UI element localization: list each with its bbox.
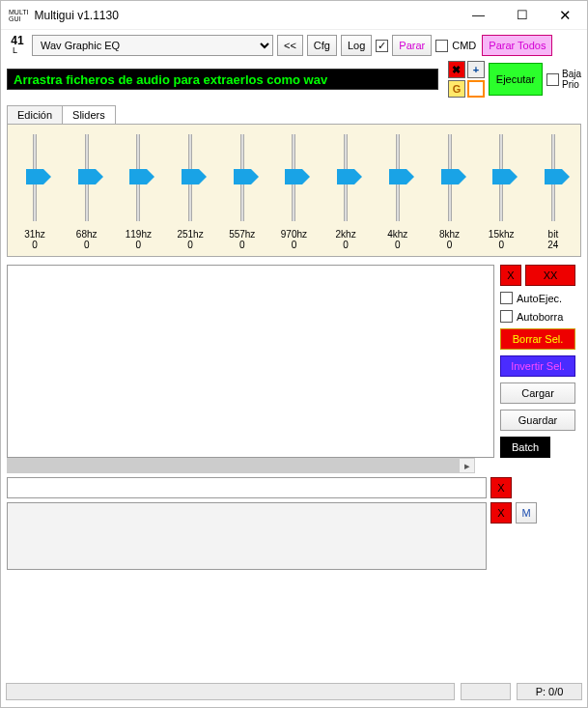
xx-button[interactable]: XX <box>525 265 575 286</box>
slider-value: 0 <box>169 240 211 250</box>
autoborra-checkbox[interactable] <box>500 310 513 323</box>
slider-bit[interactable]: bit24 <box>532 134 574 250</box>
cmd-checkbox[interactable] <box>435 40 448 52</box>
slider-label: 15khz <box>480 229 522 240</box>
slider-value: 0 <box>14 240 56 250</box>
sliders-panel: 31hz068hz0119hz0251hz0557hz0970hz02khz04… <box>7 124 581 257</box>
slider-track[interactable] <box>14 134 56 221</box>
log-box[interactable] <box>7 502 487 570</box>
slider-label: 8khz <box>429 229 471 240</box>
slider-251hz[interactable]: 251hz0 <box>169 134 211 250</box>
slider-thumb[interactable] <box>545 169 562 184</box>
borrar-sel-button[interactable]: Borrar Sel. <box>500 328 575 350</box>
drop-banner: Arrastra ficheros de audio para extraerl… <box>7 69 438 90</box>
slider-970hz[interactable]: 970hz0 <box>272 134 315 250</box>
parar-todos-button[interactable]: Parar Todos <box>482 35 552 56</box>
slider-track[interactable] <box>429 134 471 221</box>
slider-thumb[interactable] <box>337 169 354 184</box>
slider-value: 0 <box>324 240 367 250</box>
slider-track[interactable] <box>480 134 522 221</box>
autoborra-row[interactable]: Autoborra <box>500 310 581 323</box>
slider-value: 0 <box>66 240 108 250</box>
slider-thumb[interactable] <box>389 169 406 184</box>
cargar-button[interactable]: Cargar <box>500 382 575 404</box>
slider-8khz[interactable]: 8khz0 <box>429 134 471 250</box>
slider-value: 0 <box>221 240 264 250</box>
tab-sliders[interactable]: Sliders <box>62 105 116 124</box>
hscroll[interactable]: ▸ <box>7 458 475 473</box>
guardar-button[interactable]: Guardar <box>500 410 575 431</box>
tab-edicion[interactable]: Edición <box>7 105 63 124</box>
slider-label: 31hz <box>14 229 56 240</box>
slider-track[interactable] <box>66 134 108 221</box>
slider-track[interactable] <box>169 134 211 221</box>
slider-value: 0 <box>480 240 522 250</box>
preset-index-sub: L <box>13 45 34 55</box>
hscroll-thumb[interactable] <box>8 459 460 472</box>
slider-track[interactable] <box>532 134 574 221</box>
autoborra-label: Autoborra <box>517 311 563 323</box>
m-button[interactable]: M <box>516 502 537 524</box>
slider-557hz[interactable]: 557hz0 <box>221 134 264 250</box>
slider-label: 68hz <box>66 229 108 240</box>
autoejec-checkbox[interactable] <box>500 292 513 304</box>
box-icon[interactable] <box>467 80 485 98</box>
slider-track[interactable] <box>272 134 315 221</box>
clear-log-button[interactable]: X <box>490 502 512 524</box>
slider-thumb[interactable] <box>285 169 302 184</box>
invertir-sel-button[interactable]: Invertir Sel. <box>500 355 575 377</box>
minimize-button[interactable]: — <box>457 1 500 29</box>
slider-thumb[interactable] <box>234 169 251 184</box>
progress-bar-1 <box>6 683 455 700</box>
clear-command-button[interactable]: X <box>490 477 512 498</box>
slider-31hz[interactable]: 31hz0 <box>14 134 56 250</box>
cfg-button[interactable]: Cfg <box>307 35 337 56</box>
batch-button[interactable]: Batch <box>500 437 550 458</box>
baja-prio-checkbox[interactable] <box>546 73 559 86</box>
slider-thumb[interactable] <box>182 169 199 184</box>
plus-icon[interactable]: + <box>467 61 485 78</box>
slider-track[interactable] <box>117 134 159 221</box>
autoejec-row[interactable]: AutoEjec. <box>500 292 581 304</box>
slider-track[interactable] <box>324 134 367 221</box>
slider-label: bit <box>532 229 574 240</box>
file-list[interactable] <box>7 265 494 458</box>
slider-thumb[interactable] <box>492 169 510 184</box>
close-icon[interactable]: ✖ <box>448 61 465 78</box>
window-title: Multigui v1.1130 <box>34 9 457 22</box>
slider-track[interactable] <box>221 134 264 221</box>
slider-thumb[interactable] <box>26 169 43 184</box>
baja-prio-label: BajaPrio <box>562 69 581 90</box>
slider-track[interactable] <box>377 134 419 221</box>
toolbar: 41 L Wav Graphic EQ << Cfg Log Parar CMD… <box>1 30 587 61</box>
slider-2khz[interactable]: 2khz0 <box>324 134 367 250</box>
slider-68hz[interactable]: 68hz0 <box>66 134 108 250</box>
cmd-label: CMD <box>452 40 476 51</box>
command-input[interactable] <box>7 477 487 498</box>
back-button[interactable]: << <box>277 35 303 56</box>
hscroll-right-arrow[interactable]: ▸ <box>460 459 474 472</box>
g-icon[interactable]: G <box>448 80 465 98</box>
slider-15khz[interactable]: 15khz0 <box>480 134 522 250</box>
status-bar: P: 0/0 <box>0 677 588 706</box>
slider-119hz[interactable]: 119hz0 <box>117 134 159 250</box>
slider-4khz[interactable]: 4khz0 <box>377 134 419 250</box>
log-button[interactable]: Log <box>341 35 372 56</box>
maximize-button[interactable]: ☐ <box>500 1 544 29</box>
slider-label: 557hz <box>221 229 264 240</box>
slider-value: 0 <box>377 240 419 250</box>
mid-area: X XX AutoEjec. Autoborra Borrar Sel. Inv… <box>7 265 581 458</box>
slider-thumb[interactable] <box>78 169 96 184</box>
ejecutar-button[interactable]: Ejecutar <box>489 63 543 96</box>
close-button[interactable]: ✕ <box>544 1 587 29</box>
slider-thumb[interactable] <box>441 169 459 184</box>
autoejec-label: AutoEjec. <box>517 293 562 304</box>
logo-text-2: GUI <box>9 15 28 22</box>
parar-button[interactable]: Parar <box>392 35 432 56</box>
preset-combo[interactable]: Wav Graphic EQ <box>32 35 273 56</box>
slider-label: 2khz <box>324 229 367 240</box>
log-checkbox[interactable] <box>376 40 388 52</box>
slider-thumb[interactable] <box>129 169 147 184</box>
logo-text-1: MULTI <box>9 9 28 15</box>
x-button[interactable]: X <box>500 265 521 286</box>
